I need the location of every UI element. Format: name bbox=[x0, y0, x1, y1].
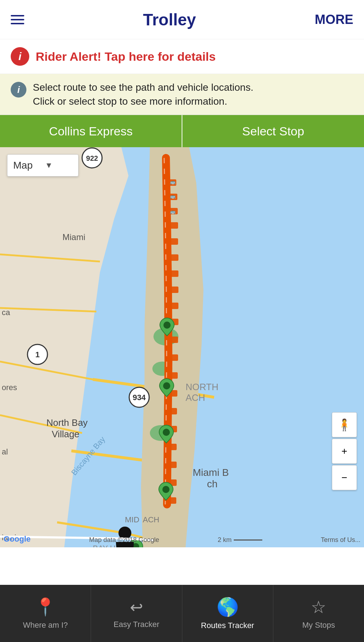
bottom-navigation: 📍 Where am I? ↩ Easy Tracker 🌎 Routes Tr… bbox=[0, 585, 364, 642]
svg-text:922: 922 bbox=[86, 154, 98, 162]
svg-rect-38 bbox=[171, 287, 178, 293]
svg-text:Miami B: Miami B bbox=[193, 467, 229, 478]
app-title: Trolley bbox=[143, 10, 196, 29]
alert-icon: i bbox=[11, 47, 29, 66]
svg-rect-42 bbox=[170, 354, 178, 361]
svg-text:1: 1 bbox=[35, 350, 40, 359]
svg-text:ACH: ACH bbox=[143, 515, 159, 524]
svg-text:Miami: Miami bbox=[62, 232, 85, 242]
svg-rect-50 bbox=[168, 497, 176, 504]
map-svg: 1 934 922 Miami ca ores al iami North Ba… bbox=[0, 147, 364, 547]
svg-text:934: 934 bbox=[133, 393, 146, 402]
svg-point-55 bbox=[163, 382, 170, 389]
svg-text:ores: ores bbox=[2, 383, 17, 392]
routes-tracker-label: Routes Tracker bbox=[201, 621, 254, 630]
rider-alert-bar[interactable]: i Rider Alert! Tap here for details bbox=[0, 39, 364, 74]
svg-text:ch: ch bbox=[207, 478, 218, 489]
nav-item-my-stops[interactable]: ☆ My Stops bbox=[273, 585, 364, 642]
info-bar-text: Select route to see the path and vehicle… bbox=[33, 80, 253, 108]
where-am-i-icon: 📍 bbox=[35, 597, 56, 617]
map-attribution: Google Map data ©2018 Google 2 km Terms … bbox=[0, 534, 364, 544]
easy-tracker-icon: ↩ bbox=[130, 598, 143, 616]
map-type-label: Map bbox=[13, 160, 41, 171]
my-stops-label: My Stops bbox=[302, 621, 335, 630]
svg-text:🚌: 🚌 bbox=[170, 209, 176, 215]
map-type-dropdown[interactable]: Map ▼ bbox=[7, 154, 79, 176]
routes-tracker-icon: 🌎 bbox=[217, 597, 239, 617]
svg-rect-34 bbox=[170, 222, 178, 229]
map-controls: 🧍 + − bbox=[332, 412, 357, 490]
nav-item-where-am-i[interactable]: 📍 Where am I? bbox=[0, 585, 91, 642]
svg-point-54 bbox=[163, 322, 171, 329]
scale-bar bbox=[234, 539, 262, 541]
more-button[interactable]: MORE bbox=[315, 12, 353, 27]
svg-text:al: al bbox=[2, 447, 8, 456]
svg-text:ca: ca bbox=[2, 308, 10, 317]
svg-rect-37 bbox=[171, 270, 178, 277]
select-stop-button[interactable]: Select Stop bbox=[182, 115, 364, 147]
nav-item-routes-tracker[interactable]: 🌎 Routes Tracker bbox=[182, 585, 273, 642]
svg-rect-35 bbox=[170, 238, 178, 245]
terms-text[interactable]: Terms of Us... bbox=[321, 536, 360, 544]
where-am-i-label: Where am I? bbox=[23, 621, 68, 630]
nav-item-easy-tracker[interactable]: ↩ Easy Tracker bbox=[91, 585, 182, 642]
map-container[interactable]: 1 934 922 Miami ca ores al iami North Ba… bbox=[0, 147, 364, 547]
svg-text:Village: Village bbox=[52, 429, 80, 439]
hamburger-menu-button[interactable] bbox=[11, 15, 24, 24]
svg-text:North Bay: North Bay bbox=[46, 417, 88, 428]
zoom-out-button[interactable]: − bbox=[332, 465, 357, 490]
svg-text:MID: MID bbox=[125, 515, 139, 524]
svg-point-56 bbox=[163, 429, 170, 436]
info-icon: i bbox=[11, 82, 26, 98]
svg-text:NORTH: NORTH bbox=[186, 382, 218, 392]
zoom-in-button[interactable]: + bbox=[332, 439, 357, 464]
collins-express-button[interactable]: Collins Express bbox=[0, 115, 182, 147]
svg-rect-43 bbox=[170, 372, 178, 379]
svg-point-57 bbox=[162, 486, 170, 493]
street-view-button[interactable]: 🧍 bbox=[332, 412, 357, 437]
alert-icon-letter: i bbox=[19, 50, 21, 63]
svg-rect-39 bbox=[171, 303, 178, 309]
svg-rect-41 bbox=[170, 337, 178, 343]
map-scale: 2 km bbox=[218, 536, 262, 544]
map-data-text: Map data ©2018 Google bbox=[89, 536, 159, 544]
scale-label: 2 km bbox=[218, 536, 232, 544]
info-bar: i Select route to see the path and vehic… bbox=[0, 74, 364, 115]
app-header: Trolley MORE bbox=[0, 0, 364, 39]
svg-text:🚌: 🚌 bbox=[170, 193, 176, 199]
route-buttons-bar: Collins Express Select Stop bbox=[0, 115, 364, 147]
easy-tracker-label: Easy Tracker bbox=[113, 620, 159, 629]
info-icon-letter: i bbox=[17, 84, 20, 95]
google-logo: Google bbox=[4, 534, 31, 544]
svg-rect-45 bbox=[169, 408, 177, 414]
svg-rect-36 bbox=[171, 254, 178, 261]
rider-alert-text: Rider Alert! Tap here for details bbox=[36, 50, 216, 64]
svg-text:ACH: ACH bbox=[186, 392, 205, 403]
my-stops-icon: ☆ bbox=[311, 597, 326, 617]
svg-text:🚌: 🚌 bbox=[170, 179, 176, 185]
svg-rect-47 bbox=[169, 444, 177, 450]
svg-rect-48 bbox=[169, 462, 177, 468]
dropdown-arrow-icon: ▼ bbox=[45, 161, 72, 170]
